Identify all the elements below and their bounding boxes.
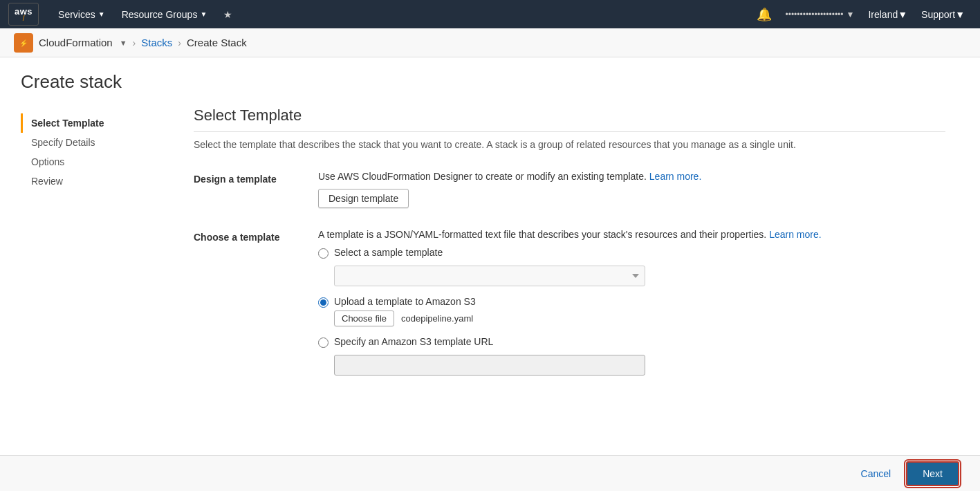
sample-template-radio-label[interactable]: Select a sample template	[334, 247, 443, 258]
s3-url-input[interactable]	[334, 355, 645, 376]
breadcrumb-separator: ›	[133, 37, 136, 48]
account-chevron-icon: ▼	[847, 10, 855, 19]
services-nav-item[interactable]: Services ▼	[50, 0, 113, 28]
resource-groups-nav-item[interactable]: Resource Groups ▼	[113, 0, 216, 28]
sidebar: Select Template Specify Details Options …	[21, 106, 180, 396]
cloudformation-icon: ⚡	[14, 33, 33, 53]
resource-groups-chevron-icon: ▼	[200, 10, 207, 18]
services-chevron-icon: ▼	[98, 10, 105, 18]
sidebar-item-options[interactable]: Options	[21, 152, 180, 172]
page-title-area: Create stack	[0, 57, 980, 93]
url-template-option: Specify an Amazon S3 template URL	[318, 336, 945, 376]
choose-template-description: A template is a JSON/YAML-formatted text…	[318, 229, 945, 240]
upload-template-option: Upload a template to Amazon S3 Choose fi…	[318, 296, 945, 326]
section-description: Select the template that describes the s…	[194, 139, 945, 150]
design-template-description: Use AWS CloudFormation Designer to creat…	[318, 171, 945, 182]
notifications-bell-icon[interactable]: 🔔	[750, 0, 779, 28]
design-template-row: Design a template Use AWS CloudFormation…	[194, 171, 945, 208]
url-template-radio[interactable]	[318, 337, 329, 348]
aws-logo[interactable]: aws /	[8, 3, 39, 26]
service-dropdown-chevron-icon[interactable]: ▼	[120, 39, 127, 47]
support-nav-item[interactable]: Support ▼	[914, 0, 972, 28]
choose-template-label: Choose a template	[194, 229, 318, 243]
choose-template-content: A template is a JSON/YAML-formatted text…	[318, 229, 945, 376]
design-template-content: Use AWS CloudFormation Designer to creat…	[318, 171, 945, 208]
template-radio-group: Select a sample template Upload a temp	[318, 247, 945, 376]
account-nav-item[interactable]: •••••••••••••••••••• ▼	[779, 0, 862, 28]
breadcrumb-current: Create Stack	[187, 37, 247, 48]
design-template-button[interactable]: Design template	[318, 189, 409, 208]
choose-template-row: Choose a template A template is a JSON/Y…	[194, 229, 945, 376]
page-title: Create stack	[21, 71, 959, 93]
sidebar-item-specify-details[interactable]: Specify Details	[21, 133, 180, 152]
region-nav-item[interactable]: Ireland ▼	[861, 0, 914, 28]
upload-template-radio[interactable]	[318, 297, 329, 308]
sidebar-item-review[interactable]: Review	[21, 172, 180, 191]
file-name-display: codepipeline.yaml	[401, 313, 473, 324]
section-title: Select Template	[194, 106, 945, 132]
service-name[interactable]: CloudFormation	[39, 37, 113, 48]
design-template-label: Design a template	[194, 171, 318, 185]
sample-template-select[interactable]	[334, 266, 645, 286]
region-chevron-icon: ▼	[898, 9, 907, 20]
main-container: Select Template Specify Details Options …	[0, 93, 980, 410]
favorites-star-icon[interactable]: ★	[215, 0, 241, 28]
svg-text:⚡: ⚡	[19, 39, 28, 48]
top-navigation: aws / Services ▼ Resource Groups ▼ ★ 🔔 •…	[0, 0, 980, 28]
support-chevron-icon: ▼	[955, 9, 965, 20]
choose-learn-more-link[interactable]: Learn more.	[769, 229, 821, 240]
breadcrumb-bar: ⚡ CloudFormation ▼ › Stacks › Create Sta…	[0, 28, 980, 57]
sample-template-radio[interactable]	[318, 248, 329, 259]
sample-template-option: Select a sample template	[318, 247, 945, 286]
design-learn-more-link[interactable]: Learn more.	[649, 171, 701, 182]
choose-file-button[interactable]: Choose file	[334, 311, 394, 326]
url-template-radio-label[interactable]: Specify an Amazon S3 template URL	[334, 336, 493, 347]
breadcrumb-separator-2: ›	[178, 37, 181, 48]
sidebar-item-select-template[interactable]: Select Template	[21, 113, 180, 133]
stacks-breadcrumb-link[interactable]: Stacks	[141, 37, 172, 48]
upload-template-radio-label[interactable]: Upload a template to Amazon S3	[334, 296, 476, 307]
content-area: Select Template Select the template that…	[180, 106, 959, 396]
